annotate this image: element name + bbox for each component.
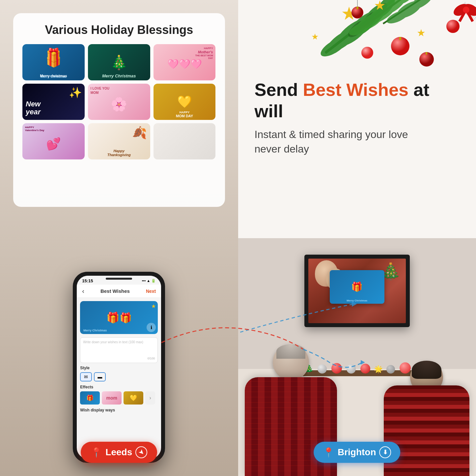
svg-rect-30: [426, 52, 427, 55]
brighton-download-icon[interactable]: ⬇: [379, 446, 391, 458]
phone-status-bar: 15:15 ••• ▲ 🔋: [77, 276, 161, 285]
leeds-label: Leeds: [105, 447, 132, 458]
send-subtitle-line2: never delay: [255, 143, 309, 155]
brighton-location-icon: 📍: [323, 447, 334, 458]
frame-screen: 🎄 🎁 Merry Christmas: [308, 259, 406, 323]
holiday-card-xmas-blue[interactable]: 🎁 Merry Christmas: [22, 44, 85, 80]
phone-effect-roses[interactable]: mom: [102, 391, 122, 405]
holiday-card-empty: [154, 123, 216, 159]
phone-screen: 15:15 ••• ▲ 🔋 ‹ Best Wishes Next 🎁 Merry…: [77, 276, 161, 459]
send-title-part1: Send: [255, 80, 303, 99]
phone-effect-more[interactable]: ›: [145, 391, 155, 405]
phone-next-button[interactable]: Next: [146, 289, 156, 294]
holiday-card-happymom[interactable]: 💛 HAPPY MOM DAY: [154, 84, 216, 120]
send-subtitle-line1: Instant & timed sharing your love: [255, 128, 408, 140]
phone-nav: ‹ Best Wishes Next: [77, 285, 161, 298]
holiday-card-ilovemom[interactable]: I LOVE YOUMOM 🌸: [88, 84, 150, 120]
phone-back-icon[interactable]: ‹: [82, 287, 84, 295]
download-arrow-icon: ⬇: [383, 449, 388, 456]
left-panel: Various Holiday Blessings 🎁 Merry Christ…: [0, 0, 238, 476]
svg-text:★: ★: [417, 27, 426, 38]
svg-point-6: [318, 34, 349, 60]
send-wishes-content: Send Best Wishes at will Instant & timed…: [255, 79, 460, 156]
phone-effects-label: Effects: [80, 385, 158, 389]
phone-info-icon[interactable]: ℹ: [147, 323, 156, 332]
ornament-silver-2: [347, 364, 356, 374]
svg-rect-39: [356, 7, 358, 9]
pine-branches-svg: ★ ★ ★ ★ 🍬: [301, 0, 476, 86]
person-right-hair: [412, 361, 441, 379]
phone-placeholder: Write down your wishes in text (100 max): [83, 340, 155, 357]
brighton-button[interactable]: 📍 Brighton ⬇: [314, 442, 401, 463]
ornament-red-2: [360, 364, 370, 374]
phone-text-input[interactable]: Write down your wishes in text (100 max)…: [80, 337, 158, 363]
leeds-send-icon[interactable]: ➤: [135, 446, 147, 458]
person-right-body: [384, 385, 469, 476]
phone-outer: 15:15 ••• ▲ 🔋 ‹ Best Wishes Next 🎁 Merry…: [73, 272, 165, 463]
leeds-location-icon: 📍: [91, 447, 102, 458]
send-title-highlight: Best Wishes: [303, 80, 409, 99]
phone-style-options: ✉ ▬: [80, 372, 158, 381]
holiday-card-grid: 🎁 Merry Christmas 🎄 Merry Christmas HAPP…: [22, 44, 216, 199]
phone-effect-xmas[interactable]: 🎁: [80, 391, 100, 405]
person-left-head: [273, 344, 309, 380]
phone-style-card[interactable]: ▬: [94, 372, 106, 381]
phone-wish-display-label: Wish display ways: [80, 408, 158, 412]
send-arrow-icon: ➤: [137, 448, 146, 457]
svg-rect-29: [399, 37, 401, 40]
holiday-card-merry-xmas[interactable]: 🎄 Merry Christmas: [88, 44, 150, 80]
frame-xmas-card: 🎁 Merry Christmas: [330, 270, 384, 304]
right-top-panel: ★ ★ ★ ★ 🍬: [238, 0, 476, 238]
phone-content: 🎁 Merry Christmas ℹ ★ Write down your wi…: [77, 298, 161, 418]
right-bottom-panel: 🎄 🎁 Merry Christmas 🎄 🌟: [238, 238, 476, 476]
phone-status-icons: ••• ▲ 🔋: [142, 279, 156, 283]
phone-effect-gold[interactable]: 💛: [124, 391, 143, 405]
send-title: Send Best Wishes at will: [255, 79, 460, 122]
svg-text:★: ★: [374, 0, 386, 13]
phone-char-count: 0/100: [83, 357, 155, 360]
brighton-label: Brighton: [338, 447, 376, 458]
holiday-title: Various Holiday Blessings: [22, 23, 216, 37]
phone-effects-row: 🎁 mom 💛 ›: [80, 391, 158, 405]
picture-frame: 🎄 🎁 Merry Christmas: [304, 255, 410, 327]
xmas-decoration-area: ★ ★ ★ ★ 🍬: [292, 0, 476, 86]
svg-point-28: [446, 20, 460, 33]
holiday-card-valentine[interactable]: HAPPYValentine's Day 💕: [22, 123, 85, 159]
holiday-card-mothers-day[interactable]: HAPPY Mother's THE BEST MOM DAY 🩷🩷🩷: [154, 44, 216, 80]
svg-text:★: ★: [311, 32, 319, 41]
leeds-button[interactable]: 📍 Leeds ➤: [81, 442, 157, 463]
phone-preview-card[interactable]: 🎁 Merry Christmas ℹ ★: [80, 301, 158, 334]
frame-xmas-text: Merry Christmas: [347, 299, 367, 302]
holiday-card-newyear[interactable]: ✨ Newyear: [22, 84, 85, 120]
svg-point-27: [361, 47, 373, 59]
phone-time: 15:15: [82, 278, 93, 283]
holiday-card-thanksgiving[interactable]: 🍂 Happy Thanksgiving: [88, 123, 150, 159]
person-left-hair: [276, 344, 305, 359]
phone-style-envelope[interactable]: ✉: [80, 372, 92, 381]
holiday-section: Various Holiday Blessings 🎁 Merry Christ…: [13, 13, 225, 207]
phone-style-label: Style: [80, 366, 158, 370]
phone-screen-title: Best Wishes: [100, 288, 130, 294]
send-subtitle: Instant & timed sharing your love never …: [255, 127, 460, 157]
